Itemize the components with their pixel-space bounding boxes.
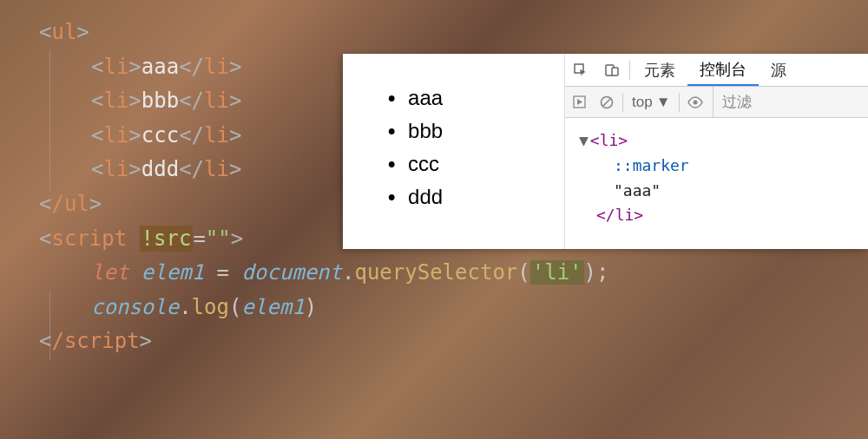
element-close: </li> — [579, 203, 854, 228]
devtools-toolbar: top ▼ 过滤 — [565, 87, 868, 118]
list-item: bbb — [388, 115, 556, 147]
list-item: ccc — [388, 147, 556, 180]
tab-elements[interactable]: 元素 — [632, 54, 687, 86]
list-item: aaa — [388, 82, 556, 115]
devtools-panel: 元素 控制台 源 top ▼ 过滤 ▼<li> ::marker — [564, 54, 868, 249]
svg-point-6 — [694, 100, 698, 104]
elements-tree[interactable]: ▼<li> ::marker "aaa" </li> — [565, 118, 868, 249]
separator — [629, 61, 630, 80]
code-line: console.log(elem1) — [39, 291, 829, 325]
inspect-icon[interactable] — [565, 54, 596, 86]
indent-guide — [49, 291, 50, 360]
list-item: ddd — [388, 180, 556, 213]
separator — [679, 93, 680, 112]
code-line: </script> — [39, 324, 829, 359]
indent-guide — [49, 50, 50, 191]
pseudo-element[interactable]: ::marker — [579, 154, 854, 179]
play-icon[interactable] — [565, 87, 593, 117]
code-line: <ul> — [39, 16, 829, 50]
devtools-tabs: 元素 控制台 源 — [565, 54, 868, 87]
tab-console[interactable]: 控制台 — [687, 54, 759, 86]
eye-icon[interactable] — [681, 87, 709, 117]
text-node[interactable]: "aaa" — [579, 179, 854, 204]
expand-arrow-icon[interactable]: ▼ — [579, 131, 589, 149]
clear-icon[interactable] — [593, 87, 621, 117]
tab-sources[interactable]: 源 — [759, 54, 799, 86]
browser-preview-panel: aaa bbb ccc ddd 元素 控制台 源 top — [343, 54, 868, 249]
svg-line-5 — [603, 98, 611, 106]
element-node[interactable]: ▼<li> — [579, 128, 854, 154]
filter-input[interactable]: 过滤 — [713, 87, 760, 117]
device-icon[interactable] — [596, 54, 628, 86]
chevron-down-icon: ▼ — [656, 94, 671, 111]
context-selector[interactable]: top ▼ — [625, 94, 677, 111]
code-line: let elem1 = document.querySelector('li')… — [39, 256, 829, 291]
separator — [622, 93, 623, 112]
rendered-output: aaa bbb ccc ddd — [343, 54, 564, 249]
svg-rect-2 — [612, 68, 618, 75]
